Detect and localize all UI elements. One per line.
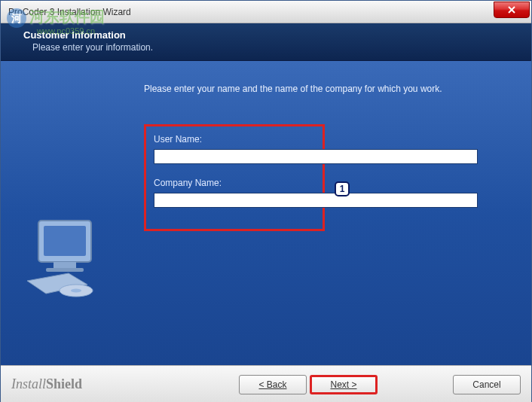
svg-rect-5	[46, 268, 84, 272]
cancel-button[interactable]: Cancel	[453, 375, 521, 394]
footer-bar: InstallShield < Back Next > Cancel	[1, 365, 531, 402]
svg-rect-3	[44, 226, 86, 256]
sidebar-graphic	[1, 61, 136, 365]
content-area: Please enter your name and the name of t…	[1, 61, 531, 365]
next-button[interactable]: Next >	[310, 375, 378, 394]
header-subtitle: Please enter your information.	[32, 42, 516, 53]
company-name-label: Company Name:	[154, 178, 315, 188]
user-name-input[interactable]	[154, 149, 478, 164]
main-panel: Please enter your name and the name of t…	[136, 61, 531, 365]
svg-point-7	[71, 289, 81, 293]
form-highlight-box: User Name: Company Name: 1 2	[144, 124, 325, 231]
close-button[interactable]	[494, 2, 530, 18]
back-button[interactable]: < Back	[239, 375, 307, 394]
footer-buttons: < Back Next > Cancel	[236, 375, 521, 394]
instruction-text: Please enter your name and the name of t…	[144, 84, 509, 94]
svg-rect-4	[54, 262, 76, 268]
window-title: ProCoder 3 Installation Wizard	[8, 7, 131, 17]
titlebar: ProCoder 3 Installation Wizard	[1, 1, 531, 23]
installer-window: ProCoder 3 Installation Wizard 河河东软件园 ww…	[0, 0, 532, 402]
header-title: Customer Information	[23, 29, 516, 41]
user-name-label: User Name:	[154, 134, 315, 145]
installshield-brand: InstallShield	[11, 376, 236, 392]
header-panel: Customer Information Please enter your i…	[1, 23, 531, 61]
close-icon	[508, 6, 515, 14]
annotation-badge-1: 1	[335, 181, 350, 196]
company-name-input[interactable]	[154, 193, 478, 208]
computer-icon	[20, 209, 118, 307]
